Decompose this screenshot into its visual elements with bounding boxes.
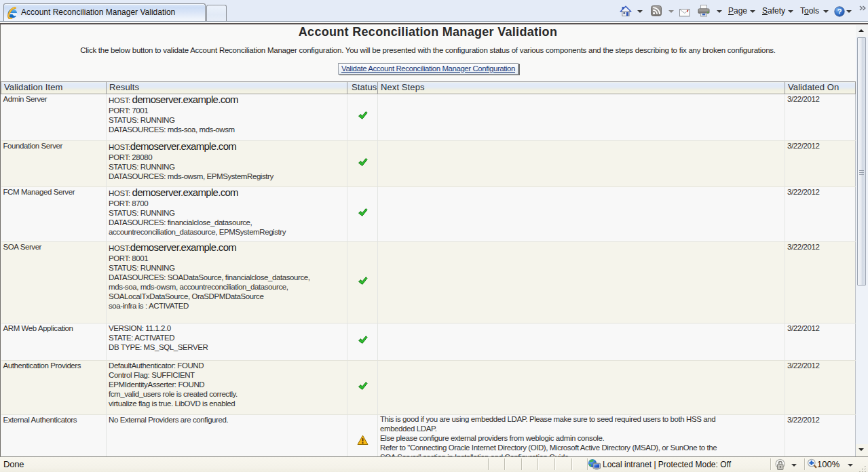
svg-text:?: ? bbox=[837, 7, 842, 16]
